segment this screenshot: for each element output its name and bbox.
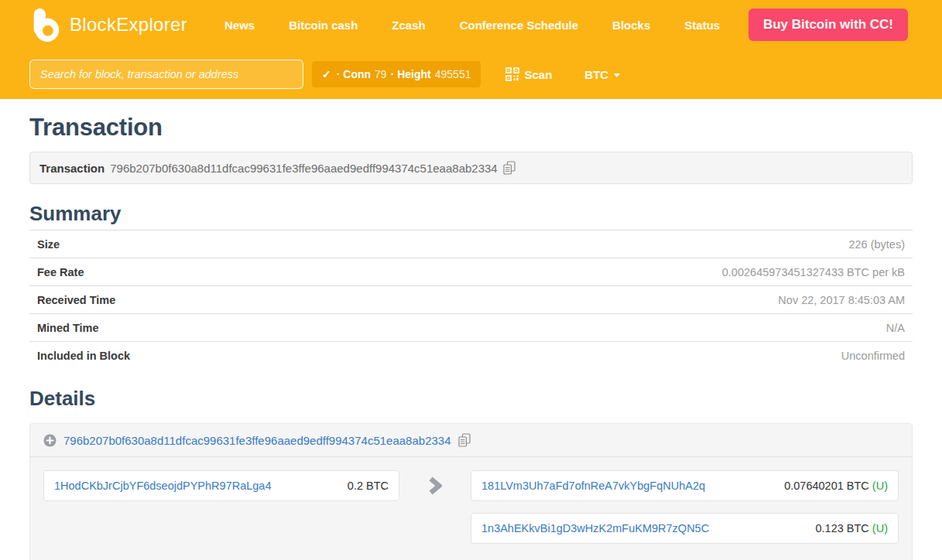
transaction-hash: 796b207b0f630a8d11dfcac99631fe3ffe96aaed… (110, 162, 498, 175)
brand-name: BlockExplorer (70, 14, 187, 36)
transaction-label: Transaction (39, 162, 104, 175)
nav-item-bitcoin-cash[interactable]: Bitcoin cash (289, 19, 358, 32)
conn-label: · Conn (337, 68, 371, 80)
brand-logo[interactable]: BlockExplorer (29, 6, 187, 43)
output-address-link[interactable]: 181LVm3Uh7aFd7ofnReA7vkYbgFqNUhA2q (481, 480, 705, 492)
expand-plus-icon[interactable] (43, 434, 57, 447)
details-panel-heading: 796b207b0f630a8d11dfcac99631fe3ffe96aaed… (30, 424, 912, 457)
output-row: 1n3AhEKkvBi1gD3wHzK2mFuKM9R7zQN5C 0.123 … (471, 513, 899, 544)
summary-table: Size 226 (bytes) Fee Rate 0.002645973451… (29, 230, 913, 369)
summary-value: Nov 22, 2017 8:45:03 AM (778, 294, 905, 306)
output-amount: 0.123 BTC (U) (816, 522, 889, 534)
top-navbar: BlockExplorer News Bitcoin cash Zcash Co… (0, 0, 942, 50)
summary-label: Received Time (37, 294, 115, 306)
copy-icon[interactable] (458, 433, 471, 447)
currency-dropdown[interactable]: BTC (584, 68, 620, 81)
blockexplorer-logo-icon (29, 6, 62, 43)
summary-row-fee-rate: Fee Rate 0.002645973451327433 BTC per kB (29, 258, 913, 285)
outputs-column: 181LVm3Uh7aFd7ofnReA7vkYbgFqNUhA2q 0.076… (471, 470, 899, 544)
nav-links: News Bitcoin cash Zcash Conference Sched… (224, 19, 720, 32)
search-input[interactable] (29, 60, 303, 89)
summary-value: N/A (886, 322, 905, 334)
details-section-title: Details (29, 387, 913, 411)
buy-bitcoin-button[interactable]: Buy Bitcoin with CC! (748, 9, 908, 41)
input-row: 1HodCKbJrCjbYF6dseojdPYPhR97RaLga4 0.2 B… (43, 470, 399, 501)
details-panel: 796b207b0f630a8d11dfcac99631fe3ffe96aaed… (29, 423, 913, 560)
search-bar: ✓ · Conn 79 · Height 495551 (0, 50, 942, 99)
scan-label: Scan (524, 68, 552, 81)
summary-label: Mined Time (37, 322, 99, 334)
height-label: · Height (391, 68, 431, 80)
input-amount: 0.2 BTC (348, 480, 389, 492)
output-amount-value: 0.07640201 BTC (784, 480, 869, 492)
nav-item-blocks[interactable]: Blocks (612, 19, 650, 32)
output-row: 181LVm3Uh7aFd7ofnReA7vkYbgFqNUhA2q 0.076… (471, 470, 899, 501)
inputs-column: 1HodCKbJrCjbYF6dseojdPYPhR97RaLga4 0.2 B… (43, 470, 399, 544)
transaction-hash-well: Transaction 796b207b0f630a8d11dfcac99631… (29, 152, 913, 184)
details-panel-body: 1HodCKbJrCjbYF6dseojdPYPhR97RaLga4 0.2 B… (30, 457, 912, 560)
output-unspent-flag: (U) (872, 480, 888, 492)
input-address-link[interactable]: 1HodCKbJrCjbYF6dseojdPYPhR97RaLga4 (54, 480, 272, 492)
chevron-right-icon (428, 476, 442, 495)
main-content: Transaction Transaction 796b207b0f630a8d… (0, 114, 942, 560)
summary-row-mined-time: Mined Time N/A (29, 313, 913, 341)
output-amount: 0.07640201 BTC (U) (784, 480, 888, 492)
details-transaction-hash-link[interactable]: 796b207b0f630a8d11dfcac99631fe3ffe96aaed… (63, 434, 451, 447)
page-title: Transaction (29, 114, 913, 142)
inputs-to-outputs-arrow (399, 470, 471, 544)
output-address-link[interactable]: 1n3AhEKkvBi1gD3wHzK2mFuKM9R7zQN5C (481, 522, 709, 534)
conn-value: 79 (375, 68, 387, 80)
nav-item-conference-schedule[interactable]: Conference Schedule (460, 19, 578, 32)
summary-value: 0.002645973451327433 BTC per kB (722, 266, 905, 278)
connection-status-badge[interactable]: ✓ · Conn 79 · Height 495551 (312, 61, 481, 87)
summary-value: 226 (bytes) (848, 238, 905, 251)
nav-item-status[interactable]: Status (684, 19, 720, 32)
nav-item-news[interactable]: News (224, 19, 255, 32)
nav-item-zcash[interactable]: Zcash (392, 19, 425, 32)
summary-label: Included in Block (37, 350, 130, 362)
check-icon: ✓ (322, 68, 331, 80)
qr-scan-icon (505, 67, 519, 81)
output-unspent-flag: (U) (872, 522, 888, 534)
summary-value: Unconfirmed (841, 350, 905, 362)
currency-value: BTC (584, 68, 608, 81)
output-amount-value: 0.123 BTC (816, 522, 869, 534)
summary-label: Fee Rate (37, 266, 84, 278)
summary-section-title: Summary (29, 202, 913, 226)
height-value: 495551 (435, 68, 471, 80)
copy-icon[interactable] (503, 161, 516, 175)
summary-row-included-in-block: Included in Block Unconfirmed (29, 341, 913, 369)
chevron-down-icon (614, 73, 620, 77)
summary-row-received-time: Received Time Nov 22, 2017 8:45:03 AM (29, 285, 913, 313)
summary-row-size: Size 226 (bytes) (29, 230, 913, 258)
summary-label: Size (37, 238, 60, 251)
scan-button[interactable]: Scan (505, 67, 552, 81)
site-header: BlockExplorer News Bitcoin cash Zcash Co… (0, 0, 942, 99)
